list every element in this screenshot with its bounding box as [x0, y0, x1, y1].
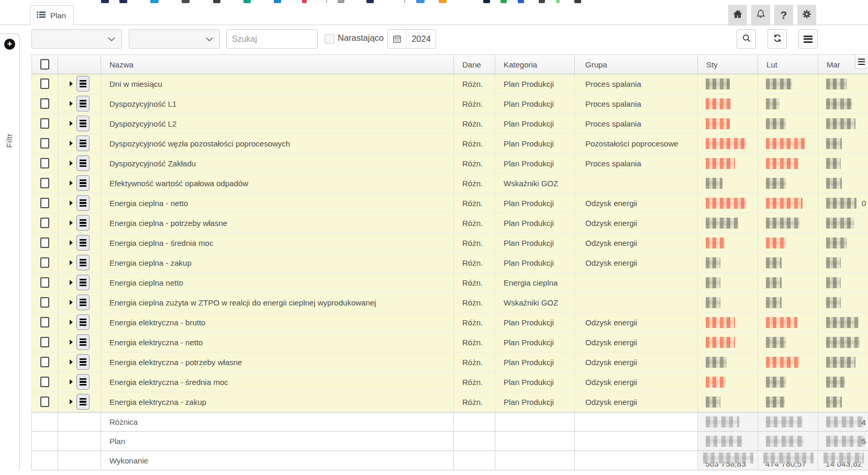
row-menu-button[interactable] [76, 235, 90, 251]
expand-filter-button[interactable]: + [4, 39, 15, 50]
expand-arrow-icon[interactable] [70, 141, 73, 146]
row-checkbox[interactable] [40, 198, 49, 208]
expand-arrow-icon[interactable] [70, 200, 73, 206]
row-menu-button[interactable] [76, 354, 90, 370]
row-menu-button[interactable] [76, 96, 90, 111]
row-checkbox-cell [31, 372, 58, 391]
column-header-kategoria[interactable]: Kategoria [495, 55, 574, 74]
column-header-sty[interactable]: Sty [697, 55, 758, 74]
row-checkbox[interactable] [40, 118, 49, 129]
expand-arrow-icon[interactable] [70, 300, 73, 305]
expand-arrow-icon[interactable] [70, 379, 73, 384]
help-button[interactable]: ? [774, 5, 793, 26]
table-row[interactable]: Energia elektryczna - netto Różn. Plan P… [31, 333, 868, 353]
row-checkbox[interactable] [40, 138, 49, 149]
row-menu-button[interactable] [76, 175, 90, 191]
expand-arrow-icon[interactable] [70, 320, 73, 325]
table-row[interactable]: Energia cieplna netto Różn. Energia ciep… [31, 273, 868, 293]
browser-tab-strip[interactable] [0, 0, 868, 4]
expand-arrow-icon[interactable] [70, 161, 73, 166]
table-row[interactable]: Energia elektryczna - zakup Różn. Plan P… [31, 392, 868, 412]
row-menu-button[interactable] [76, 394, 90, 410]
row-menu-button[interactable] [76, 334, 90, 350]
row-checkbox[interactable] [40, 178, 49, 188]
month-cell-lut [758, 313, 818, 332]
row-checkbox[interactable] [40, 317, 49, 327]
search-button[interactable] [737, 29, 756, 49]
expand-arrow-icon[interactable] [70, 220, 73, 225]
settings-button[interactable] [797, 5, 816, 26]
row-menu-button[interactable] [76, 295, 90, 310]
row-checkbox[interactable] [40, 257, 49, 268]
expand-arrow-icon[interactable] [70, 280, 73, 285]
notifications-button[interactable] [751, 5, 770, 26]
refresh-icon [772, 33, 783, 46]
row-checkbox[interactable] [40, 337, 49, 347]
row-checkbox[interactable] [40, 377, 49, 387]
table-row[interactable]: Energia cieplna zużyta w ZTPO w realcji … [31, 293, 868, 313]
expand-arrow-icon[interactable] [70, 101, 73, 106]
row-checkbox[interactable] [40, 158, 49, 168]
row-menu-button[interactable] [76, 195, 90, 211]
row-grupa: Odzysk energii [574, 313, 697, 332]
year-value[interactable]: 2024 [407, 30, 436, 48]
row-menu-button[interactable] [76, 314, 90, 330]
row-checkbox[interactable] [40, 98, 49, 109]
table-row[interactable]: Dyspozycyjność L2 Różn. Plan Produkcji P… [31, 114, 868, 134]
column-header-grupa[interactable]: Grupa [574, 55, 697, 74]
tab-plan[interactable]: Plan [30, 5, 74, 25]
row-menu-button[interactable] [76, 374, 90, 390]
column-chooser-button[interactable] [855, 55, 867, 69]
table-row[interactable]: Energia elektryczna - średnia moc Różn. … [31, 372, 868, 392]
row-checkbox[interactable] [40, 238, 49, 248]
table-row[interactable]: Dni w miesiącu Różn. Plan Produkcji Proc… [31, 74, 868, 94]
expand-arrow-icon[interactable] [70, 240, 73, 245]
expand-arrow-icon[interactable] [70, 180, 73, 186]
row-menu-button[interactable] [76, 275, 90, 290]
table-row[interactable]: Energia elektryczna - potrzeby własne Ró… [31, 353, 868, 372]
row-menu-button[interactable] [76, 255, 90, 270]
row-checkbox[interactable] [40, 297, 49, 308]
refresh-button[interactable] [767, 29, 787, 49]
calendar-icon[interactable] [388, 30, 407, 48]
row-menu-button[interactable] [76, 155, 90, 171]
filter-select-2[interactable] [129, 29, 220, 49]
row-menu-button[interactable] [76, 116, 90, 131]
table-row[interactable]: Efektywność wartość opałowa odpadów Różn… [31, 174, 868, 194]
column-header-lut[interactable]: Lut [758, 55, 818, 74]
table-row[interactable]: Dyspozycyjność L1 Różn. Plan Produkcji P… [31, 94, 868, 114]
row-checkbox[interactable] [40, 397, 49, 407]
table-row[interactable]: Energia cieplna - średnia moc Różn. Plan… [31, 233, 868, 253]
row-checkbox[interactable] [40, 78, 49, 89]
row-menu-button[interactable] [76, 135, 90, 151]
expand-arrow-icon[interactable] [70, 359, 73, 365]
expand-arrow-icon[interactable] [70, 260, 73, 265]
search-input[interactable] [226, 29, 318, 49]
row-checkbox[interactable] [40, 218, 49, 228]
expand-arrow-icon[interactable] [70, 121, 73, 126]
column-header-nazwa[interactable]: Nazwa [101, 55, 453, 74]
table-row[interactable]: Energia cieplna - zakup Różn. Plan Produ… [31, 253, 868, 273]
row-name: Energia cieplna - potrzeby własne [101, 213, 453, 232]
year-picker[interactable]: 2024 [387, 29, 436, 49]
column-header-dane[interactable]: Dane [453, 55, 495, 74]
expand-arrow-icon[interactable] [70, 81, 73, 86]
row-checkbox[interactable] [40, 357, 49, 367]
table-row[interactable]: Energia cieplna - potrzeby własne Różn. … [31, 213, 868, 233]
table-row[interactable]: Dyspozycyjność węzła pozostałości poproc… [31, 134, 868, 154]
table-row[interactable]: Energia elektryczna - brutto Różn. Plan … [31, 313, 868, 333]
cumulative-checkbox[interactable] [325, 34, 335, 44]
home-button[interactable] [728, 5, 747, 26]
row-menu-button[interactable] [76, 76, 90, 92]
table-menu-button[interactable] [798, 29, 818, 49]
expand-arrow-icon[interactable] [70, 340, 73, 345]
filter-select-1[interactable] [31, 29, 122, 49]
month-cell-mar [818, 273, 868, 292]
select-all-checkbox[interactable] [40, 59, 49, 70]
table-row[interactable]: Energia cieplna - netto Różn. Plan Produ… [31, 194, 868, 213]
table-row[interactable]: Dyspozycyjność Zakładu Różn. Plan Produk… [31, 154, 868, 174]
row-menu-button[interactable] [76, 215, 90, 231]
row-checkbox[interactable] [40, 277, 49, 288]
browser-favicon [404, 0, 405, 3]
expand-arrow-icon[interactable] [70, 399, 73, 404]
